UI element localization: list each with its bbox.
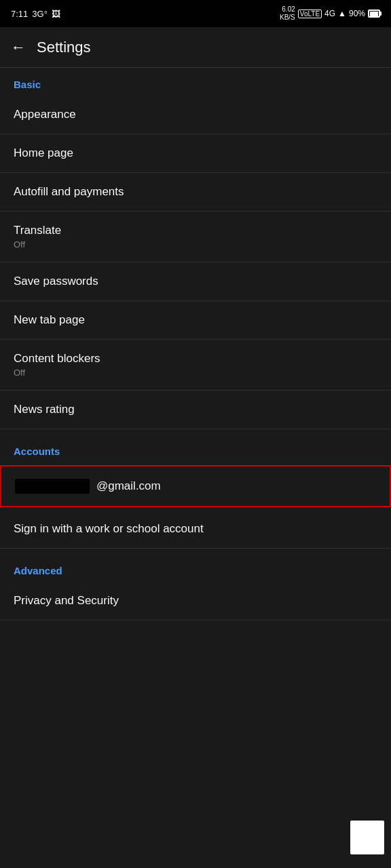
settings-item-autofill[interactable]: Autofill and payments — [0, 173, 391, 212]
settings-item-content-blockers[interactable]: Content blockers Off — [0, 340, 391, 391]
account-email-redacted — [15, 479, 90, 494]
item-title-save-passwords: Save passwords — [14, 275, 377, 288]
item-title-sign-in-work: Sign in with a work or school account — [14, 522, 377, 536]
status-battery-icon — [368, 9, 380, 18]
status-bar: 7:11 3G° 🖼 6.02KB/S VoLTE 4G ▲ 90% — [0, 0, 391, 27]
item-title-content-blockers: Content blockers — [14, 352, 377, 366]
item-subtitle-translate: Off — [14, 239, 377, 250]
settings-header: ← Settings — [0, 27, 391, 68]
status-network: 4G — [324, 9, 335, 18]
settings-item-appearance[interactable]: Appearance — [0, 96, 391, 134]
settings-item-homepage[interactable]: Home page — [0, 134, 391, 173]
section-label-advanced: Advanced — [0, 554, 391, 582]
settings-item-save-passwords[interactable]: Save passwords — [0, 262, 391, 301]
item-title-homepage: Home page — [14, 146, 377, 160]
item-title-privacy-security: Privacy and Security — [14, 594, 377, 608]
settings-item-sign-in-work[interactable]: Sign in with a work or school account — [0, 510, 391, 549]
item-title-translate: Translate — [14, 224, 377, 237]
item-title-appearance: Appearance — [14, 108, 377, 121]
item-title-news-rating: News rating — [14, 403, 377, 416]
settings-item-privacy-security[interactable]: Privacy and Security — [0, 582, 391, 620]
settings-item-new-tab[interactable]: New tab page — [0, 301, 391, 340]
section-label-basic: Basic — [0, 68, 391, 96]
settings-item-news-rating[interactable]: News rating — [0, 391, 391, 429]
scroll-indicator — [350, 821, 384, 854]
status-battery-percent: 90% — [349, 9, 365, 18]
back-button[interactable]: ← — [11, 39, 26, 56]
status-right: 6.02KB/S VoLTE 4G ▲ 90% — [280, 5, 380, 22]
account-email-domain: @gmail.com — [96, 479, 161, 493]
status-media-icon: 🖼 — [52, 9, 60, 19]
item-title-autofill: Autofill and payments — [14, 185, 377, 199]
item-subtitle-content-blockers: Off — [14, 368, 377, 378]
status-data-speed: 6.02KB/S — [280, 5, 295, 22]
page-title: Settings — [37, 39, 91, 56]
status-left: 7:11 3G° 🖼 — [11, 9, 60, 19]
status-signal: 3G° — [32, 9, 48, 19]
settings-item-translate[interactable]: Translate Off — [0, 212, 391, 262]
item-title-new-tab: New tab page — [14, 313, 377, 327]
section-label-accounts: Accounts — [0, 435, 391, 462]
status-network-bars: ▲ — [338, 9, 346, 18]
status-time: 7:11 — [11, 9, 28, 19]
settings-item-account-email[interactable]: @gmail.com — [0, 465, 391, 507]
status-volte: VoLTE — [298, 9, 322, 18]
